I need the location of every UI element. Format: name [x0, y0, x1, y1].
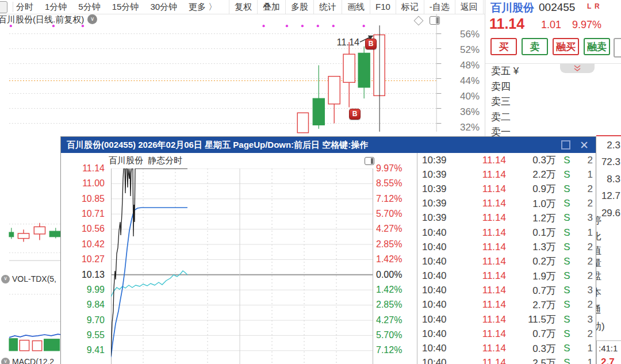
trade-side: S — [558, 357, 576, 364]
percent-axis-label: 0.00% — [376, 267, 416, 282]
percent-axis-label: 9.97% — [376, 161, 416, 176]
trade-row[interactable]: 10:40 11.14 2.7万 S 2 — [417, 298, 596, 312]
period-tab[interactable]: 5分钟 — [78, 2, 100, 13]
period-tab[interactable]: 15分钟 — [112, 2, 139, 13]
trade-row[interactable]: 10:40 11.14 1.9万 S 2 — [417, 269, 596, 283]
maximize-button[interactable] — [561, 140, 570, 150]
trade-row[interactable]: 10:40 11.14 1.3万 S 2 — [417, 240, 596, 254]
trade-count: 1 — [576, 227, 596, 239]
trade-row[interactable]: 10:40 11.14 0.2万 S 2 — [417, 254, 596, 269]
trade-volume: 1.2万 — [506, 212, 558, 225]
toolbar-button[interactable]: -自选 — [424, 0, 455, 14]
edge-value: 29.6 — [599, 208, 620, 219]
trade-row[interactable]: 10:39 11.14 2.2万 S 1 — [417, 167, 596, 182]
toolbar-button[interactable]: 画线 — [342, 0, 370, 14]
trade-volume: 0.7万 — [506, 284, 558, 297]
sell-level[interactable]: 卖四 — [491, 79, 519, 95]
trade-row[interactable]: 10:40 11.14 0.1万 S 1 — [417, 225, 596, 240]
trade-count: 2 — [576, 256, 596, 267]
trade-time: 10:40 — [417, 343, 455, 354]
sell-level[interactable]: 卖二 — [491, 110, 519, 125]
period-tab[interactable]: 更多 〉 — [189, 2, 217, 13]
toolbar-button[interactable]: 返回 — [455, 0, 484, 14]
toolbar-button[interactable]: F10 — [370, 0, 396, 14]
price-axis-label: 10.56 — [63, 221, 105, 236]
trade-row[interactable]: 10:39 11.14 0.9万 S 2 — [417, 182, 596, 196]
percent-axis-label: 5.70% — [376, 328, 416, 343]
sell-level[interactable]: 卖三 — [491, 94, 519, 110]
toolbar-tools: 复权叠加多股统计画线F10标记-自选返回 — [229, 0, 484, 14]
edge-value: 8.3 — [599, 174, 620, 185]
trade-row[interactable]: 10:40 11.14 0.3万 S 1 — [417, 341, 596, 355]
percent-axis-label: 36% — [446, 104, 480, 120]
trade-side: S — [558, 183, 576, 195]
trade-row[interactable]: 10:40 11.14 11.5万 S 3 — [417, 312, 596, 327]
trade-volume: 0.1万 — [506, 226, 558, 239]
trade-row[interactable]: 10:39 11.14 1.2万 S 3 — [417, 211, 596, 225]
trade-volume: 1.3万 — [506, 240, 558, 254]
trade-row[interactable]: 10:40 11.14 0.7万 S 3 — [417, 283, 596, 298]
trade-price: 11.14 — [455, 299, 506, 311]
trade-row[interactable]: 10:39 11.14 0.3万 S 2 — [417, 153, 596, 167]
popup-titlebar[interactable]: 百川股份(002455) 2026年02月06日 星期五 PageUp/Down… — [61, 137, 596, 153]
period-tabs: 分时1分钟5分钟15分钟30分钟更多 〉 — [16, 0, 217, 14]
trade-volume: 0.7万 — [506, 327, 558, 340]
trade-button[interactable]: 融买 — [553, 38, 579, 55]
clock-text: :41:1 — [599, 343, 618, 353]
sell-level[interactable]: 卖五 ¥ — [491, 64, 519, 79]
collapse-pill[interactable] — [560, 64, 595, 73]
trade-row[interactable]: 10:40 11.14 0.7万 S 2 — [417, 327, 596, 341]
trade-row[interactable]: 10:39 11.14 1.0万 S 2 — [417, 197, 596, 211]
stock-name[interactable]: 百川股份 — [490, 1, 534, 16]
price-axis-label: 10.85 — [63, 191, 105, 206]
percent-axis-label: 2.85% — [376, 297, 416, 312]
percent-axis-label: 4.27% — [376, 221, 416, 236]
percent-axis-label: 1.42% — [376, 282, 416, 297]
toolbar-partial-icon[interactable] — [0, 1, 7, 13]
trade-price: 11.14 — [455, 198, 506, 209]
price-axis-label: 10.13 — [63, 267, 105, 282]
trade-button[interactable]: 买 — [490, 38, 517, 55]
trade-row[interactable]: 10:40 11.14 2.5万 S 1 — [417, 356, 596, 364]
buy-marker-badge: B — [365, 39, 377, 49]
volume-bar — [20, 340, 29, 351]
trade-time: 10:40 — [417, 285, 455, 296]
trade-side: S — [558, 227, 576, 239]
price-axis-label: 10.42 — [63, 237, 105, 252]
percent-axis-label: 5.70% — [376, 206, 416, 221]
toolbar-button[interactable]: 叠加 — [257, 0, 285, 14]
trade-side: S — [558, 299, 576, 311]
price-axis-label: 9.84 — [63, 297, 105, 312]
trade-button-partial[interactable] — [614, 38, 621, 58]
toolbar-button[interactable]: 复权 — [229, 0, 257, 14]
panel-toggle-icon[interactable] — [365, 157, 374, 165]
price-axis: 11.1411.0010.8510.7110.5610.4210.2710.13… — [63, 161, 105, 358]
trade-volume: 0.2万 — [506, 255, 558, 268]
price-change: 1.01 — [541, 19, 561, 31]
buy-marker-badge: B — [349, 109, 361, 120]
percent-axis-label: 4.27% — [376, 313, 416, 328]
trade-time: 10:39 — [417, 212, 455, 224]
period-tab[interactable]: 30分钟 — [150, 2, 177, 13]
percent-axis-label: 44% — [446, 73, 480, 89]
trade-price: 11.14 — [455, 183, 506, 195]
period-tab[interactable]: 1分钟 — [45, 2, 67, 13]
trade-count: 2 — [576, 270, 596, 282]
trade-button[interactable]: 融卖 — [584, 38, 610, 55]
trade-volume: 2.7万 — [506, 298, 558, 312]
toolbar-button[interactable]: 标记 — [396, 0, 424, 14]
toolbar-button[interactable]: 多股 — [285, 0, 313, 14]
toolbar-button[interactable]: 统计 — [313, 0, 342, 14]
chevron-down-circle-icon[interactable] — [1, 275, 10, 283]
trade-side: S — [558, 328, 576, 340]
intraday-chart — [111, 168, 373, 364]
trade-count: 2 — [576, 155, 596, 166]
trade-side: S — [558, 270, 576, 282]
trade-price: 11.14 — [455, 270, 506, 282]
chevron-down-circle-icon[interactable] — [1, 358, 10, 364]
close-icon[interactable]: ✕ — [580, 140, 589, 151]
price-axis-label: 9.55 — [63, 328, 105, 343]
period-tab[interactable]: 分时 — [16, 2, 33, 13]
trade-button[interactable]: 卖 — [522, 38, 548, 55]
trade-side: S — [558, 155, 576, 166]
